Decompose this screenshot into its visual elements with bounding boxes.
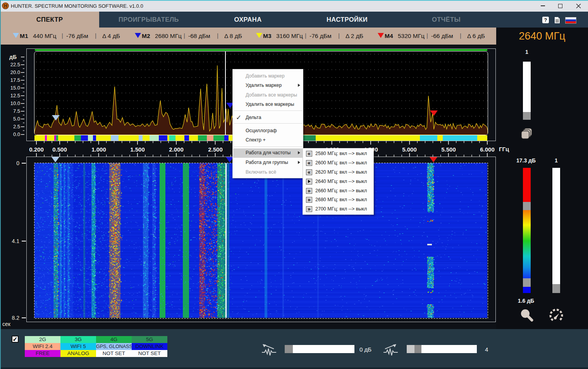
- svg-text:H: H: [4, 4, 7, 8]
